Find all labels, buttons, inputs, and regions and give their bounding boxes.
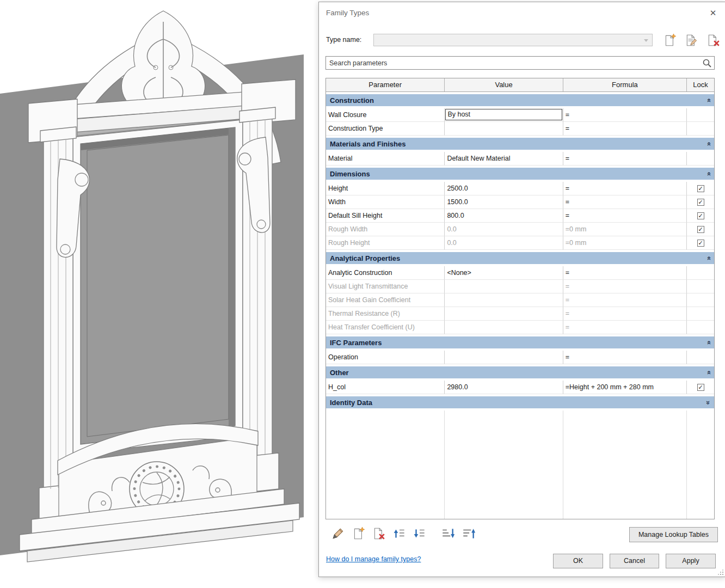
param-value-cell[interactable]: 0.0 (445, 223, 563, 236)
param-lock-cell (687, 122, 714, 136)
collapse-icon[interactable]: » (704, 142, 712, 145)
parameter-row-rough-height: Rough Height0.0=0 mm✓ (326, 236, 714, 250)
section-title: IFC Parameters (330, 339, 382, 347)
sort-ascending-button[interactable] (441, 526, 455, 541)
parameter-row-rough-width: Rough Width0.0=0 mm✓ (326, 223, 714, 236)
column-header-value: Value (445, 78, 563, 91)
param-name-cell[interactable]: Analytic Construction (326, 266, 445, 280)
param-formula-cell[interactable]: =0 mm (563, 223, 687, 236)
filler-cell (445, 411, 563, 519)
param-lock-cell (687, 152, 714, 166)
param-value-cell[interactable] (445, 122, 563, 136)
filler-cell (563, 411, 687, 519)
parameter-row-height: Height2500.0=✓ (326, 182, 714, 195)
param-formula-cell[interactable]: =0 mm (563, 236, 687, 250)
move-parameter-up-button[interactable] (392, 526, 407, 541)
param-name-cell[interactable]: Rough Height (326, 236, 445, 250)
move-parameter-down-button[interactable] (413, 526, 427, 541)
new-type-button[interactable] (663, 33, 677, 47)
param-value-cell[interactable]: Default New Material (445, 152, 563, 166)
section-title: Materials and Finishes (330, 140, 405, 148)
param-value-cell[interactable]: <None> (445, 266, 563, 280)
section-header-materials-and-finishes[interactable]: Materials and Finishes» (326, 138, 714, 150)
lock-checkbox[interactable]: ✓ (697, 212, 704, 219)
param-value-cell[interactable]: 2980.0 (445, 381, 563, 394)
lock-checkbox[interactable]: ✓ (697, 240, 704, 247)
param-value-cell[interactable]: 0.0 (445, 236, 563, 250)
param-formula-cell[interactable]: = (563, 321, 687, 334)
section-header-analytical-properties[interactable]: Analytical Properties» (326, 252, 714, 264)
param-value-cell[interactable] (445, 280, 563, 293)
apply-button[interactable]: Apply (666, 554, 716, 568)
param-name-cell[interactable]: Thermal Resistance (R) (326, 307, 445, 321)
lock-checkbox[interactable]: ✓ (697, 226, 704, 233)
param-name-cell[interactable]: Rough Width (326, 223, 445, 236)
param-value-cell[interactable]: 1500.0 (445, 195, 563, 209)
param-name-cell[interactable]: Wall Closure (326, 108, 445, 122)
new-parameter-button[interactable] (352, 526, 366, 541)
collapse-icon[interactable]: » (704, 171, 712, 175)
param-name-cell[interactable]: Construction Type (326, 122, 445, 136)
param-name-cell[interactable]: Width (326, 195, 445, 209)
param-value-cell[interactable] (445, 321, 563, 334)
param-formula-cell[interactable]: = (563, 108, 687, 122)
search-icon[interactable] (702, 58, 712, 68)
param-formula-cell[interactable]: = (563, 209, 687, 223)
type-name-select[interactable] (373, 34, 653, 46)
param-value-cell[interactable] (445, 351, 563, 364)
section-header-construction[interactable]: Construction» (326, 94, 714, 106)
cancel-button[interactable]: Cancel (610, 554, 659, 568)
help-link[interactable]: How do I manage family types? (326, 555, 421, 563)
param-value-cell[interactable] (445, 307, 563, 321)
section-header-identity-data[interactable]: Identity Data» (326, 396, 714, 408)
param-name-cell[interactable]: H_col (326, 381, 445, 394)
section-header-other[interactable]: Other» (326, 366, 714, 378)
delete-parameter-button[interactable] (372, 526, 386, 541)
param-value-cell[interactable]: 2500.0 (445, 182, 563, 195)
expand-icon[interactable]: » (704, 400, 712, 404)
value-editbox[interactable]: By host (445, 109, 562, 120)
param-formula-cell[interactable]: = (563, 307, 687, 321)
param-name-cell[interactable]: Solar Heat Gain Coefficient (326, 293, 445, 307)
sort-ascending-icon (441, 526, 455, 541)
ok-button[interactable]: OK (553, 554, 603, 568)
lock-checkbox[interactable]: ✓ (697, 185, 704, 192)
param-name-cell[interactable]: Default Sill Height (326, 209, 445, 223)
collapse-icon[interactable]: » (704, 98, 712, 102)
param-value-cell[interactable]: By host (445, 108, 563, 122)
param-name-cell[interactable]: Height (326, 182, 445, 195)
param-formula-cell[interactable]: = (563, 266, 687, 280)
param-formula-cell[interactable]: = (563, 152, 687, 166)
param-formula-cell[interactable]: = (563, 195, 687, 209)
lock-checkbox[interactable]: ✓ (697, 384, 704, 391)
param-formula-cell[interactable]: = (563, 293, 687, 307)
collapse-icon[interactable]: » (704, 340, 712, 344)
param-value-cell[interactable]: 800.0 (445, 209, 563, 223)
lock-checkbox[interactable]: ✓ (697, 199, 704, 206)
param-name-cell[interactable]: Heat Transfer Coefficient (U) (326, 321, 445, 334)
manage-lookup-tables-button[interactable]: Manage Lookup Tables (629, 527, 718, 542)
param-name-cell[interactable]: Material (326, 152, 445, 166)
param-formula-cell[interactable]: = (563, 122, 687, 136)
section-header-dimensions[interactable]: Dimensions» (326, 168, 714, 180)
collapse-icon[interactable]: » (704, 256, 712, 260)
edit-parameter-button[interactable] (331, 526, 345, 541)
sort-descending-icon (462, 526, 476, 541)
param-value-cell[interactable] (445, 293, 563, 307)
section-header-ifc-parameters[interactable]: IFC Parameters» (326, 336, 714, 348)
param-formula-cell[interactable]: = (563, 351, 687, 364)
param-formula-cell[interactable]: =Height + 200 mm + 280 mm (563, 381, 687, 394)
collapse-icon[interactable]: » (704, 370, 712, 374)
search-box (325, 56, 715, 70)
search-input[interactable] (326, 57, 704, 69)
param-name-cell[interactable]: Visual Light Transmittance (326, 280, 445, 293)
sort-descending-button[interactable] (462, 526, 476, 541)
param-formula-cell[interactable]: = (563, 280, 687, 293)
param-formula-cell[interactable]: = (563, 182, 687, 195)
3d-preview-viewport[interactable] (0, 0, 318, 588)
rename-type-button[interactable] (685, 33, 699, 47)
param-name-cell[interactable]: Operation (326, 351, 445, 364)
close-icon[interactable]: ✕ (706, 7, 720, 20)
delete-type-button[interactable] (706, 33, 721, 47)
resize-grip[interactable] (718, 569, 723, 575)
